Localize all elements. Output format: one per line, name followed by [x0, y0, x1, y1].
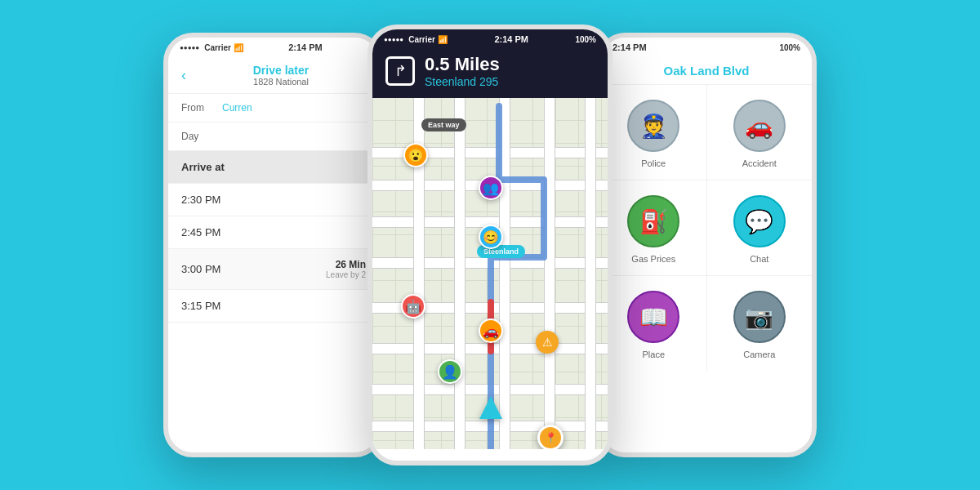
avatar-3: 😊: [479, 225, 503, 249]
avatar-6: 👤: [438, 359, 462, 384]
time-230: 2:30 PM: [181, 194, 366, 206]
avatar-1: 😮: [403, 143, 428, 167]
phone-right: 2:14 PM 100% Oak Land Blvd 👮 Police 🚗 Ac…: [596, 33, 817, 457]
time-300-detail: 26 Min Leave by 2: [326, 259, 366, 279]
street-label: Steenland 295: [425, 75, 500, 88]
leave-by-label: Leave by 2: [326, 270, 366, 279]
from-value: Curren: [222, 102, 252, 114]
time-left: 2:14 PM: [288, 42, 323, 52]
time-315: 3:15 PM: [181, 300, 366, 312]
time-row-300[interactable]: 3:00 PM 26 Min Leave by 2: [168, 249, 379, 290]
battery-center: 100%: [575, 35, 596, 44]
time-row-315[interactable]: 3:15 PM: [168, 290, 379, 323]
distance-label: 0.5 Miles: [425, 54, 500, 75]
avatar-4: 🤖: [401, 294, 425, 318]
police-label: Police: [641, 158, 666, 168]
police-icon: 👮: [639, 113, 668, 140]
phones-container: ●●●●● Carrier 📶 2:14 PM ‹ Drive later 18…: [163, 24, 817, 466]
map-area: East way Steenland 😮 👥 😊 🤖 🚗 👤 ⚠ 📍: [372, 98, 608, 449]
right-header: Oak Land Blvd: [601, 56, 812, 85]
menu-item-gas-prices[interactable]: ⛽ Gas Prices: [601, 180, 706, 275]
from-row: From Curren: [168, 94, 379, 122]
drive-later-title: Drive later: [196, 64, 366, 77]
gas-prices-icon: ⛽: [639, 208, 668, 235]
status-bar-center: ●●●●● Carrier 📶 2:14 PM 100%: [372, 29, 608, 47]
day-label: Day: [181, 131, 222, 142]
turn-arrow-icon: ↱: [385, 56, 415, 86]
wifi-icon-left: 📶: [234, 43, 243, 52]
duration-label: 26 Min: [326, 259, 366, 270]
arrive-at-label: Arrive at: [181, 161, 366, 173]
arrive-at-header: Arrive at: [168, 151, 379, 184]
time-245: 2:45 PM: [181, 226, 366, 238]
time-300: 3:00 PM: [181, 263, 326, 275]
place-icon: 📖: [639, 304, 668, 331]
menu-item-camera[interactable]: 📷 Camera: [707, 276, 813, 371]
gas-prices-icon-circle: ⛽: [627, 195, 679, 247]
nav-header: ↱ 0.5 Miles Steenland 295: [372, 47, 608, 98]
location-dot: 📍: [537, 425, 564, 449]
from-label: From: [181, 102, 222, 114]
time-right: 2:14 PM: [612, 42, 647, 52]
warning-icon: ⚠: [536, 331, 559, 354]
camera-icon-circle: 📷: [733, 291, 786, 343]
back-button[interactable]: ‹: [181, 67, 186, 84]
location-title: Oak Land Blvd: [614, 64, 799, 78]
avatar-5: 🚗: [479, 318, 503, 343]
status-bar-right: 2:14 PM 100%: [601, 38, 812, 56]
chat-icon-circle: 💬: [733, 195, 786, 247]
nav-info: 0.5 Miles Steenland 295: [425, 54, 500, 88]
phone-left: ●●●●● Carrier 📶 2:14 PM ‹ Drive later 18…: [163, 33, 384, 457]
address-subtitle: 1828 National: [196, 77, 366, 87]
battery-right: 100%: [779, 43, 800, 52]
gas-prices-label: Gas Prices: [631, 254, 675, 264]
east-way-label: East way: [421, 118, 466, 131]
place-label: Place: [642, 350, 665, 359]
accident-label: Accident: [742, 158, 777, 168]
wifi-icon-center: 📶: [438, 35, 448, 44]
chat-label: Chat: [750, 254, 768, 264]
time-row-230[interactable]: 2:30 PM: [168, 184, 379, 216]
camera-label: Camera: [743, 350, 775, 359]
carrier-left: Carrier: [204, 43, 231, 52]
phone-center: ●●●●● Carrier 📶 2:14 PM 100% ↱ 0.5 Miles…: [368, 24, 612, 466]
time-center: 2:14 PM: [494, 34, 528, 44]
avatar-2: 👥: [479, 176, 503, 200]
police-icon-circle: 👮: [627, 100, 679, 152]
menu-item-police[interactable]: 👮 Police: [601, 85, 706, 180]
left-header: ‹ Drive later 1828 National: [168, 56, 379, 94]
camera-icon: 📷: [745, 304, 773, 331]
menu-item-place[interactable]: 📖 Place: [601, 276, 706, 371]
day-row: Day: [168, 122, 379, 151]
time-row-245[interactable]: 2:45 PM: [168, 216, 379, 249]
menu-grid: 👮 Police 🚗 Accident ⛽ Gas Prices: [601, 85, 812, 371]
accident-icon: 🚗: [745, 113, 773, 140]
carrier-center: Carrier: [408, 35, 435, 44]
menu-item-chat[interactable]: 💬 Chat: [707, 180, 813, 275]
status-bar-left: ●●●●● Carrier 📶 2:14 PM: [168, 38, 379, 56]
menu-item-accident[interactable]: 🚗 Accident: [707, 85, 813, 180]
place-icon-circle: 📖: [627, 291, 679, 343]
chat-icon: 💬: [745, 208, 773, 235]
accident-icon-circle: 🚗: [733, 100, 786, 152]
